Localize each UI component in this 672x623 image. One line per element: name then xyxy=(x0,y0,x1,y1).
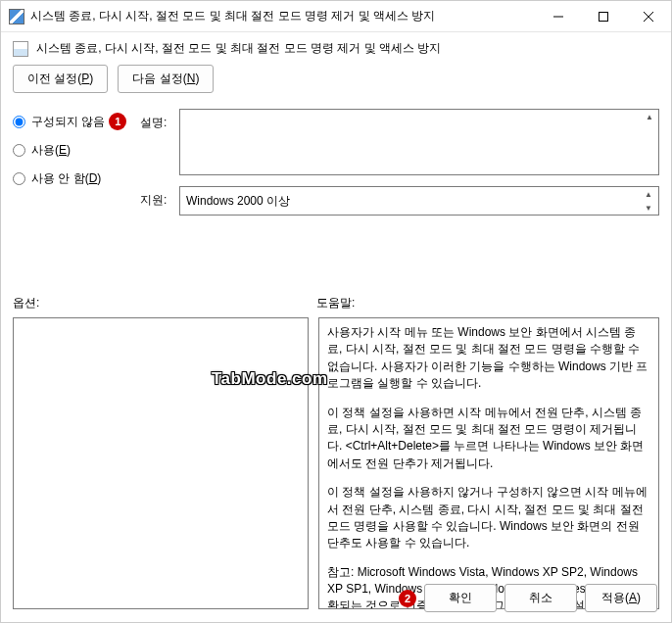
options-label: 옵션: xyxy=(13,295,316,312)
scroll-down-icon[interactable]: ▼ xyxy=(641,202,656,214)
help-paragraph: 사용자가 시작 메뉴 또는 Windows 보안 화면에서 시스템 종료, 다시… xyxy=(327,324,650,393)
subtitle-row: 시스템 종료, 다시 시작, 절전 모드 및 최대 절전 모드 명령 제거 및 … xyxy=(1,32,671,65)
footer-buttons: 2 확인 취소 적용(A) xyxy=(395,584,657,612)
radio-disabled-label: 사용 안 함(D) xyxy=(31,170,101,187)
callout-2: 2 xyxy=(399,590,416,607)
scroll-up-icon[interactable]: ▲ xyxy=(642,111,657,122)
radio-not-configured-label: 구성되지 않음 xyxy=(31,114,105,130)
description-textarea[interactable] xyxy=(179,109,659,175)
scroll-up-icon[interactable]: ▲ xyxy=(641,188,656,200)
radio-group: 구성되지 않음 1 사용(E) 사용 안 함(D) xyxy=(13,109,140,269)
description-label: 설명: xyxy=(140,115,179,131)
supported-on-box: Windows 2000 이상 ▲ ▼ xyxy=(179,186,659,216)
supported-label: 지원: xyxy=(140,192,179,209)
maximize-button[interactable] xyxy=(581,2,626,31)
nav-buttons: 이전 설정(P) 다음 설정(N) xyxy=(1,65,671,101)
minimize-button[interactable] xyxy=(536,2,581,31)
panels: 사용자가 시작 메뉴 또는 Windows 보안 화면에서 시스템 종료, 다시… xyxy=(13,317,659,609)
radio-not-configured[interactable]: 구성되지 않음 1 xyxy=(13,113,140,130)
help-panel: 사용자가 시작 메뉴 또는 Windows 보안 화면에서 시스템 종료, 다시… xyxy=(318,317,659,609)
window-title: 시스템 종료, 다시 시작, 절전 모드 및 최대 절전 모드 명령 제거 및 … xyxy=(30,8,536,24)
close-button[interactable] xyxy=(626,2,671,31)
options-panel xyxy=(13,317,309,609)
radio-not-configured-input[interactable] xyxy=(13,116,25,128)
ok-button[interactable]: 확인 xyxy=(424,584,497,612)
window-controls xyxy=(536,2,671,31)
next-setting-button[interactable]: 다음 설정(N) xyxy=(118,65,214,93)
radio-enabled-label: 사용(E) xyxy=(31,142,71,159)
app-icon xyxy=(9,9,24,24)
cancel-button[interactable]: 취소 xyxy=(504,584,577,612)
help-paragraph: 이 정책 설정을 사용하면 시작 메뉴에서 전원 단추, 시스템 종료, 다시 … xyxy=(327,405,650,473)
help-label: 도움말: xyxy=(316,295,355,312)
panel-labels: 옵션: 도움말: xyxy=(13,295,659,317)
radio-disabled-input[interactable] xyxy=(13,172,25,185)
title-bar: 시스템 종료, 다시 시작, 절전 모드 및 최대 절전 모드 명령 제거 및 … xyxy=(1,1,671,32)
field-column: ▲ Windows 2000 이상 ▲ ▼ xyxy=(179,109,659,269)
svg-rect-1 xyxy=(600,12,608,21)
radio-disabled[interactable]: 사용 안 함(D) xyxy=(13,170,140,187)
policy-subtitle: 시스템 종료, 다시 시작, 절전 모드 및 최대 절전 모드 명령 제거 및 … xyxy=(36,40,441,57)
policy-icon xyxy=(13,41,28,57)
field-label-column: 설명: 지원: xyxy=(140,109,179,269)
apply-button[interactable]: 적용(A) xyxy=(585,584,657,612)
callout-1: 1 xyxy=(109,113,126,130)
content-area: 구성되지 않음 1 사용(E) 사용 안 함(D) 설명: 지원: ▲ xyxy=(1,101,671,609)
radio-enabled[interactable]: 사용(E) xyxy=(13,142,140,159)
description-scroll: ▲ xyxy=(642,111,657,122)
help-paragraph: 이 정책 설정을 사용하지 않거나 구성하지 않으면 시작 메뉴에서 전원 단추… xyxy=(327,484,650,552)
radio-enabled-input[interactable] xyxy=(13,144,25,157)
supported-scroll: ▲ ▼ xyxy=(641,188,656,214)
previous-setting-button[interactable]: 이전 설정(P) xyxy=(13,65,108,93)
supported-on-value: Windows 2000 이상 xyxy=(186,193,290,210)
